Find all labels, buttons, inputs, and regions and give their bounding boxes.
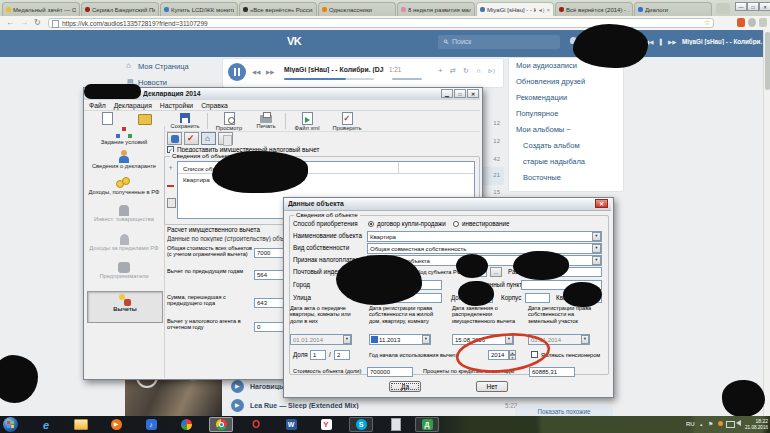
region-picker-button[interactable]: ... [490, 267, 502, 277]
menu-declaration[interactable]: Декларация [114, 102, 152, 110]
extension-icon[interactable] [737, 18, 745, 27]
browser-tab[interactable]: 8 неделя развития малы... [397, 2, 475, 16]
object-name-combobox[interactable]: Квартира [367, 231, 602, 242]
forward-icon[interactable]: → [20, 18, 28, 27]
yes-button[interactable]: Да [389, 381, 421, 392]
object-cost-field[interactable]: 700000 [367, 367, 413, 377]
headphones-icon[interactable]: ∩ [476, 67, 481, 74]
dropdown-icon[interactable]: ▾ [343, 335, 351, 344]
sidebar-item-recommendations[interactable]: Рекомендации [516, 93, 567, 102]
sidebar-item-conditions[interactable]: Задание условий [86, 127, 162, 145]
window-minimize-button[interactable]: — [735, 2, 747, 11]
deduction-social-button[interactable]: ✓ [184, 132, 199, 145]
player-next-icon[interactable]: ▶▶ [668, 39, 676, 45]
tray-expand-icon[interactable]: ▴ [700, 421, 703, 427]
track-title[interactable]: Lea Rue — Sleep (Extended Mix) [250, 402, 450, 409]
tray-app-icon[interactable] [718, 421, 723, 426]
toolbar-print-button[interactable]: Печать [250, 112, 282, 129]
back-icon[interactable]: ← [6, 18, 14, 27]
browser-tab[interactable]: Диалоги [634, 2, 712, 16]
no-button[interactable]: Нет [476, 381, 508, 392]
share-numerator-field[interactable]: 1 [310, 350, 326, 360]
sidebar-item-my-albums[interactable]: Мои альбомы − [516, 125, 571, 134]
edit-object-icon[interactable] [167, 198, 176, 208]
toolbar-xml-button[interactable]: Файл xml [289, 112, 325, 131]
search-input[interactable]: Поиск [438, 35, 560, 49]
taskbar-yandex-button[interactable]: Y [314, 417, 338, 432]
action-center-flag-icon[interactable]: ⚑ [708, 420, 713, 427]
close-button[interactable]: ✕ [467, 89, 479, 98]
sidebar-item-my-audios[interactable]: Мои аудиозаписи [516, 61, 577, 70]
sidebar-item-album-1[interactable]: старые надыбала [523, 157, 585, 166]
progress-bar[interactable] [284, 78, 346, 80]
add-track-icon[interactable]: + [438, 66, 443, 75]
network-monitor-icon[interactable] [726, 421, 735, 428]
share-denominator-field[interactable]: 2 [334, 350, 350, 360]
sidebar-item-invest[interactable]: Инвест. товарищества [86, 205, 162, 222]
refresh-icon[interactable]: ↻ [34, 18, 41, 27]
window-close-button[interactable]: ✕ [759, 2, 770, 11]
taskbar-media-player-button[interactable]: ▶ [104, 417, 128, 432]
track-play-button[interactable]: ▶ [231, 380, 244, 393]
dropdown-icon[interactable]: ▾ [422, 335, 430, 344]
repeat-icon[interactable]: ↻ [463, 67, 469, 75]
toolbar-check-button[interactable]: ✓ Проверить [327, 112, 367, 131]
start-button[interactable] [3, 417, 18, 432]
browser-tab[interactable]: Купить LCD/ЖК монито... [160, 2, 238, 16]
browser-tab[interactable]: Одноклассники [318, 2, 396, 16]
deduction-losses-button[interactable] [218, 132, 233, 145]
sidebar-item-create-album[interactable]: Создать альбом [523, 141, 580, 150]
extension-icon[interactable] [759, 18, 767, 27]
browser-tab-active[interactable]: MiyaGi [sHau] - - Кол...◄)× [476, 2, 554, 16]
sidebar-item-income-abroad[interactable]: Доходы за пределами РФ [86, 234, 162, 251]
sidebar-item-declarant[interactable]: Сведения о декларанте [86, 150, 162, 169]
bookmark-star-icon[interactable]: ☆ [704, 19, 710, 27]
dropdown-icon[interactable]: ▾ [592, 232, 601, 241]
taskbar-explorer-button[interactable] [69, 417, 93, 432]
track-play-button[interactable]: ▶ [231, 399, 244, 412]
vk-menu-my-page[interactable]: Моя Страница [138, 62, 189, 71]
ownership-type-combobox[interactable]: Общая совместная собственность [367, 243, 602, 254]
broadcast-icon[interactable]: ⊳) [488, 67, 495, 74]
dropdown-icon[interactable]: ▾ [592, 244, 601, 253]
radio-purchase[interactable] [368, 221, 374, 227]
sidebar-item-popular[interactable]: Популярное [516, 109, 558, 118]
header-track-title[interactable]: MiyaGi [sHau] - - Колибри. (DJM)(33) [682, 38, 763, 45]
building-field[interactable] [525, 293, 550, 303]
sidebar-item-entrepreneurs[interactable]: Предприниматели [86, 262, 162, 279]
minimize-button[interactable]: ▁ [441, 89, 453, 98]
sidebar-item-deductions-active[interactable]: Вычеты [87, 291, 163, 323]
toolbar-preview-button[interactable]: Просмотр [210, 112, 248, 131]
taskbar-chrome-button-active[interactable] [209, 417, 233, 432]
taskbar-word-button[interactable]: W [279, 417, 303, 432]
taskbar-declaration-button[interactable]: Д [415, 417, 439, 432]
extension-icon[interactable] [748, 18, 756, 27]
taskbar-notepad-button[interactable] [384, 417, 408, 432]
browser-tab[interactable]: Всё вернётся (2014) - ... [555, 2, 633, 16]
taskbar-opera-button[interactable]: O [244, 417, 268, 432]
browser-tab[interactable]: Сериал Бандитский Пет... [81, 2, 159, 16]
taskbar-color-ball-button[interactable] [174, 417, 198, 432]
scrollbar-thumb[interactable] [765, 32, 770, 90]
deduction-standard-button[interactable] [167, 132, 182, 145]
sidebar-item-income-rf[interactable]: Доходы, полученные в РФ [86, 177, 162, 195]
taskbar-ie-button[interactable]: e [34, 417, 58, 432]
next-track-icon[interactable]: ▶▶ [266, 69, 274, 75]
tab-close-icon[interactable]: × [546, 7, 550, 13]
taskbar-skype-button[interactable]: S [349, 417, 373, 432]
player-pause-icon[interactable]: ∥ [659, 38, 662, 46]
add-object-icon[interactable]: ＋ [167, 163, 174, 173]
menu-file[interactable]: Файл [89, 102, 106, 110]
prev-track-icon[interactable]: ◀◀ [252, 69, 260, 75]
shuffle-icon[interactable]: ⇄ [450, 67, 456, 75]
dialog-close-button[interactable]: ✕ [595, 199, 608, 208]
player-track-title[interactable]: MiyaGi [sHau] - - Колибри. (DJM)... [284, 66, 384, 73]
clock-time[interactable]: 18:22 [744, 418, 768, 424]
deduction-property-button-active[interactable]: ⌂ [201, 132, 216, 145]
play-pause-button[interactable] [228, 63, 246, 81]
maximize-button[interactable]: □ [454, 89, 466, 98]
window-maximize-button[interactable]: □ [747, 2, 759, 11]
remove-object-icon[interactable] [167, 185, 174, 187]
dialog-titlebar[interactable]: Данные объекта ✕ [284, 198, 611, 211]
menu-settings[interactable]: Настройки [160, 102, 193, 110]
